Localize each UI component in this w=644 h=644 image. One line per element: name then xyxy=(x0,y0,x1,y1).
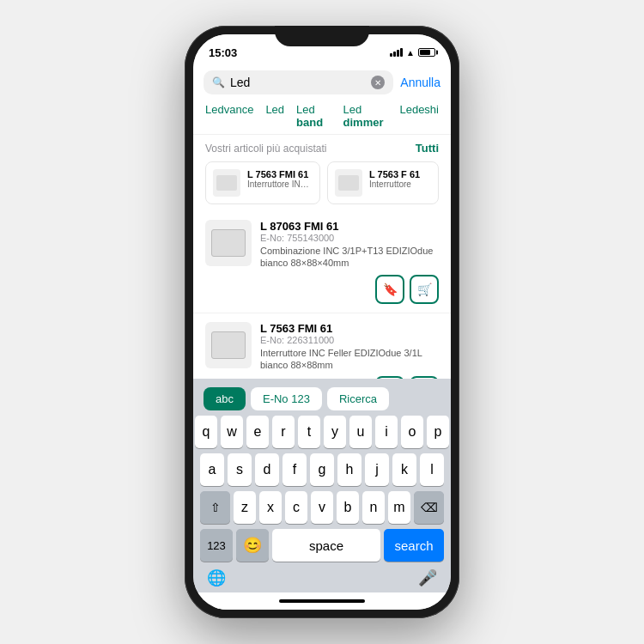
keyboard-row-1: q w e r t y u i o p xyxy=(200,416,444,448)
notch xyxy=(275,26,369,46)
key-q[interactable]: q xyxy=(195,416,217,448)
key-j[interactable]: j xyxy=(365,453,389,486)
kb-tab-ricerca[interactable]: Ricerca xyxy=(327,387,389,410)
key-w[interactable]: w xyxy=(221,416,243,448)
key-emoji[interactable]: 😊 xyxy=(236,529,269,562)
globe-icon[interactable]: 🌐 xyxy=(207,568,226,587)
kb-tab-abc[interactable]: abc xyxy=(204,387,246,410)
home-bar xyxy=(279,599,365,603)
keyboard-row-3: ⇧ z x c v b n m ⌫ xyxy=(200,491,444,524)
key-g[interactable]: g xyxy=(310,453,334,486)
h-card-title-1: L 7563 F 61 xyxy=(369,169,431,179)
search-icon: 🔍 xyxy=(212,76,225,88)
key-r[interactable]: r xyxy=(272,416,295,448)
key-b[interactable]: b xyxy=(337,491,359,524)
key-search[interactable]: search xyxy=(384,529,444,562)
home-indicator xyxy=(193,592,451,610)
suggestion-ledeshi[interactable]: Ledeshi xyxy=(399,103,439,129)
h-card-sub-1: Interruttore xyxy=(369,179,431,189)
cart-button-1[interactable]: 🛒 xyxy=(410,376,439,379)
key-123[interactable]: 123 xyxy=(200,529,233,562)
product-actions-0: 🔖 🛒 xyxy=(260,275,439,304)
product-title-0: L 87063 FMI 61 xyxy=(260,220,439,233)
search-bar-container: 🔍 Led ✕ Annulla xyxy=(193,65,451,100)
key-o[interactable]: o xyxy=(401,416,423,448)
keyboard-toolbar: 🌐 🎤 xyxy=(197,565,447,589)
key-d[interactable]: d xyxy=(255,453,279,486)
h-card-img-1 xyxy=(335,169,362,197)
key-h[interactable]: h xyxy=(337,453,361,486)
product-info-1: L 7563 FMI 61 E-No: 226311000 Interrutto… xyxy=(260,322,439,379)
phone-frame: 15:03 ▲ 🔍 Led ✕ Annulla xyxy=(185,26,459,618)
keyboard-row-2: a s d f g h j k l xyxy=(200,453,444,486)
search-bar[interactable]: 🔍 Led ✕ xyxy=(204,70,393,94)
h-card-0[interactable]: L 7563 FMI 61 Interruttore INC Feller ED… xyxy=(205,161,320,204)
h-card-info-1: L 7563 F 61 Interruttore xyxy=(369,169,431,189)
key-u[interactable]: u xyxy=(349,416,372,448)
key-n[interactable]: n xyxy=(362,491,385,524)
h-card-1[interactable]: L 7563 F 61 Interruttore xyxy=(327,161,439,204)
product-item-1[interactable]: L 7563 FMI 61 E-No: 226311000 Interrutto… xyxy=(193,313,451,379)
signal-icon xyxy=(390,48,403,57)
h-card-img-0 xyxy=(213,169,240,197)
h-card-info-0: L 7563 FMI 61 Interruttore INC Feller ED… xyxy=(247,169,313,189)
key-v[interactable]: v xyxy=(311,491,333,524)
product-desc-0: Combinazione INC 3/1P+T13 EDIZIOdue bian… xyxy=(260,245,439,270)
section-all-button[interactable]: Tutti xyxy=(416,142,439,155)
product-img-1 xyxy=(205,322,252,368)
mic-icon[interactable]: 🎤 xyxy=(418,568,437,587)
phone-screen: 15:03 ▲ 🔍 Led ✕ Annulla xyxy=(193,34,451,610)
product-title-1: L 7563 FMI 61 xyxy=(260,322,439,335)
keyboard-mode-tabs: abc E-No 123 Ricerca xyxy=(197,384,447,416)
search-query: Led xyxy=(230,76,366,89)
status-icons: ▲ xyxy=(390,48,435,58)
keyboard: abc E-No 123 Ricerca q w e r t y u i o p xyxy=(193,379,451,592)
keyboard-rows: q w e r t y u i o p a s d f g h xyxy=(197,416,447,524)
horizontal-cards: L 7563 FMI 61 Interruttore INC Feller ED… xyxy=(193,158,451,211)
key-space[interactable]: space xyxy=(272,529,380,562)
product-eno-0: E-No: 755143000 xyxy=(260,233,439,243)
key-t[interactable]: t xyxy=(298,416,320,448)
key-i[interactable]: i xyxy=(375,416,398,448)
key-c[interactable]: c xyxy=(285,491,307,524)
key-l[interactable]: l xyxy=(420,453,444,486)
product-img-0 xyxy=(205,220,252,266)
kb-tab-eno[interactable]: E-No 123 xyxy=(251,387,322,410)
key-s[interactable]: s xyxy=(228,453,252,486)
section-label: Vostri articoli più acquistati xyxy=(205,143,326,155)
suggestion-led[interactable]: Led xyxy=(265,103,284,129)
status-time: 15:03 xyxy=(209,46,237,59)
battery-icon xyxy=(418,48,435,57)
key-z[interactable]: z xyxy=(234,491,256,524)
keyboard-bottom-bar: 123 😊 space search xyxy=(197,524,447,565)
key-e[interactable]: e xyxy=(246,416,269,448)
key-k[interactable]: k xyxy=(392,453,416,486)
section-header: Vostri articoli più acquistati Tutti xyxy=(193,135,451,158)
product-info-0: L 87063 FMI 61 E-No: 755143000 Combinazi… xyxy=(260,220,439,304)
suggestion-led-band[interactable]: Led band xyxy=(296,103,331,129)
wifi-icon: ▲ xyxy=(406,48,415,58)
key-m[interactable]: m xyxy=(388,491,410,524)
cancel-button[interactable]: Annulla xyxy=(400,76,440,89)
suggestions-bar: Ledvance Led Led band Led dimmer Ledeshi xyxy=(193,100,451,135)
cart-button-0[interactable]: 🛒 xyxy=(410,275,439,304)
product-actions-1: 🔖 🛒 xyxy=(260,376,439,379)
key-y[interactable]: y xyxy=(324,416,346,448)
suggestion-led-dimmer[interactable]: Led dimmer xyxy=(343,103,388,129)
product-item-0[interactable]: L 87063 FMI 61 E-No: 755143000 Combinazi… xyxy=(193,211,451,313)
h-card-sub-0: Interruttore INC Feller EDIZI... xyxy=(247,179,313,189)
product-eno-1: E-No: 226311000 xyxy=(260,335,439,345)
bookmark-button-1[interactable]: 🔖 xyxy=(375,376,404,379)
key-x[interactable]: x xyxy=(259,491,282,524)
key-a[interactable]: a xyxy=(200,453,224,486)
clear-search-button[interactable]: ✕ xyxy=(371,76,385,89)
shift-key[interactable]: ⇧ xyxy=(200,491,230,524)
product-list: L 87063 FMI 61 E-No: 755143000 Combinazi… xyxy=(193,211,451,379)
key-p[interactable]: p xyxy=(427,416,449,448)
key-f[interactable]: f xyxy=(283,453,307,486)
backspace-key[interactable]: ⌫ xyxy=(414,491,444,524)
bookmark-button-0[interactable]: 🔖 xyxy=(375,275,404,304)
product-desc-1: Interruttore INC Feller EDIZIOdue 3/1L b… xyxy=(260,347,439,372)
suggestion-ledvance[interactable]: Ledvance xyxy=(205,103,253,129)
h-card-title-0: L 7563 FMI 61 xyxy=(247,169,313,179)
